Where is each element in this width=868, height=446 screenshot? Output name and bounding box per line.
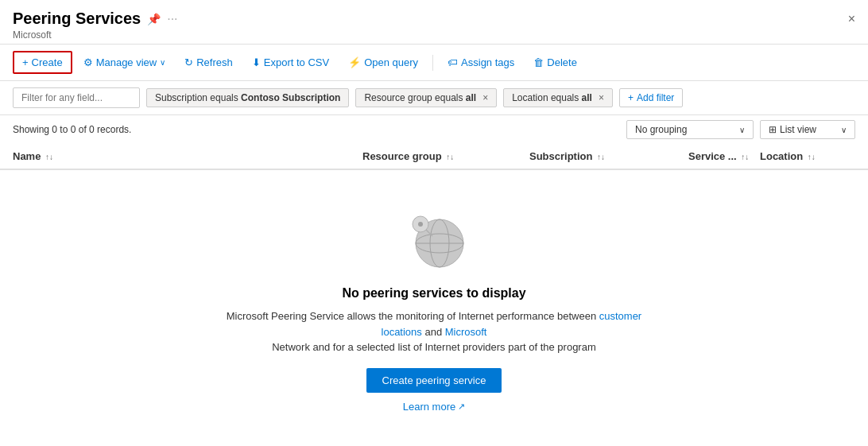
svg-point-6	[418, 222, 423, 227]
grouping-label: No grouping	[635, 124, 687, 135]
microsoft-link[interactable]: Microsoft	[445, 326, 487, 338]
column-header-subscription[interactable]: Subscription ↑↓	[529, 150, 688, 162]
records-bar: Showing 0 to 0 of 0 records. No grouping…	[0, 115, 868, 144]
grouping-arrow-icon: ∨	[739, 126, 745, 134]
toolbar: + Create ⚙ Manage view ∨ ↻ Refresh ⬇ Exp…	[0, 45, 868, 81]
empty-state-title: No peering services to display	[342, 286, 525, 301]
empty-desc-text3: Network and for a selected list of Inter…	[272, 341, 596, 353]
toolbar-separator	[432, 55, 433, 71]
delete-button[interactable]: 🗑 Delete	[525, 52, 585, 72]
chevron-down-icon: ∨	[160, 58, 165, 67]
location-filter-tag: Location equals all ×	[503, 88, 613, 107]
sort-svc-icon: ↑↓	[741, 153, 749, 161]
page-title: Peering Services	[13, 10, 141, 28]
filter-input[interactable]	[13, 87, 140, 108]
grouping-dropdown[interactable]: No grouping ∨	[626, 120, 754, 139]
listview-label: List view	[780, 124, 816, 135]
query-icon: ⚡	[348, 56, 361, 68]
column-header-name[interactable]: Name ↑↓	[13, 150, 362, 162]
gear-icon: ⚙	[83, 56, 93, 68]
external-link-icon: ↗	[458, 401, 465, 412]
location-filter-close[interactable]: ×	[599, 92, 604, 103]
filter-bar: Subscription equals Contoso Subscription…	[0, 81, 868, 115]
resource-group-filter-close[interactable]: ×	[482, 92, 488, 103]
listview-arrow-icon: ∨	[841, 126, 847, 134]
open-query-button[interactable]: ⚡ Open query	[340, 52, 426, 72]
assign-tags-button[interactable]: 🏷 Assign tags	[440, 52, 522, 72]
records-count: Showing 0 to 0 of 0 records.	[13, 124, 626, 135]
page-header: Peering Services 📌 ··· × Microsoft	[0, 0, 868, 45]
download-icon: ⬇	[252, 56, 261, 68]
empty-desc-text1: Microsoft Peering Service allows the mon…	[227, 310, 599, 322]
empty-desc-text2: and	[422, 326, 445, 338]
table-header: Name ↑↓ Resource group ↑↓ Subscription ↑…	[0, 144, 868, 170]
column-header-location[interactable]: Location ↑↓	[760, 150, 855, 162]
subscription-filter-tag: Subscription equals Contoso Subscription	[146, 88, 349, 107]
pin-icon[interactable]: 📌	[147, 13, 161, 25]
empty-state: No peering services to display Microsoft…	[0, 170, 868, 444]
resource-group-filter-tag: Resource group equals all ×	[355, 88, 497, 107]
sort-name-icon: ↑↓	[45, 153, 53, 161]
export-button[interactable]: ⬇ Export to CSV	[244, 52, 337, 72]
learn-more-link[interactable]: Learn more ↗	[403, 401, 465, 413]
listview-dropdown[interactable]: ⊞ List view ∨	[760, 120, 855, 139]
create-peering-service-button[interactable]: Create peering service	[366, 368, 502, 393]
manage-view-button[interactable]: ⚙ Manage view ∨	[76, 52, 174, 72]
empty-state-icon	[398, 202, 470, 273]
sort-sub-icon: ↑↓	[597, 153, 605, 161]
refresh-button[interactable]: ↻ Refresh	[176, 52, 241, 72]
create-button[interactable]: + Create	[13, 51, 72, 74]
tag-icon: 🏷	[448, 56, 458, 68]
refresh-icon: ↻	[184, 56, 193, 68]
column-header-resource-group[interactable]: Resource group ↑↓	[362, 150, 529, 162]
empty-state-description: Microsoft Peering Service allows the mon…	[211, 308, 657, 355]
add-filter-icon: +	[628, 92, 634, 103]
sort-loc-icon: ↑↓	[808, 153, 816, 161]
close-button[interactable]: ×	[848, 12, 855, 26]
plus-icon: +	[22, 56, 29, 68]
add-filter-button[interactable]: + Add filter	[619, 88, 683, 107]
listview-grid-icon: ⊞	[769, 124, 777, 135]
page-subtitle: Microsoft	[13, 29, 855, 41]
column-header-service[interactable]: Service ... ↑↓	[688, 150, 760, 162]
more-icon[interactable]: ···	[167, 12, 177, 26]
trash-icon: 🗑	[533, 56, 544, 68]
sort-rg-icon: ↑↓	[446, 153, 454, 161]
